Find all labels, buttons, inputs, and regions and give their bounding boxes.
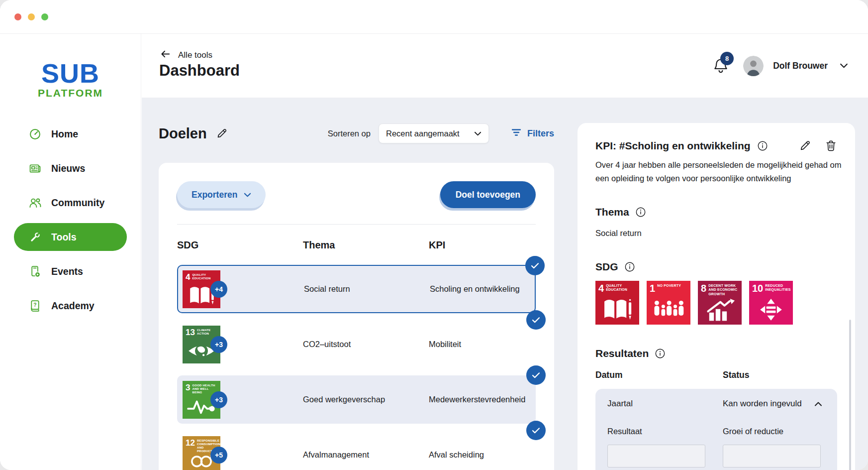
detail-sdg-tiles: 4 Quality Education 1 No Poverty 8 Decen… [595,281,837,325]
content-area: Doelen Sorteren op Recent aangemaakt Fil… [142,98,868,470]
export-button-label: Exporteren [192,190,237,200]
results-column-datum: Datum [595,370,723,380]
sidebar-item-nieuws[interactable]: Nieuws [14,154,127,182]
sidebar-item-events[interactable]: Events [14,257,127,285]
traffic-light-maximize[interactable] [41,13,48,20]
filters-button[interactable]: Filters [511,128,554,139]
sdg-number: 1 [650,283,655,293]
sdg-tile: 3 Good Health and Well Being +3 [183,381,220,419]
selected-check-icon [526,365,546,385]
sdg-label: Decent Work and Economic Growth [708,284,739,296]
goal-thema: Afvalmanagement [303,450,429,460]
sort-dropdown-value: Recent aangemaakt [386,129,460,138]
logo-line-1: SUB [0,60,141,87]
goal-row[interactable]: 3 Good Health and Well Being +3 Goed wer… [177,375,536,424]
window-titlebar [0,0,868,34]
back-link-label: Alle tools [178,50,212,60]
chevron-down-icon [474,129,482,138]
add-goal-button[interactable]: Doel toevoegen [440,181,536,208]
chevron-down-icon [244,190,251,200]
column-header-sdg: SDG [177,239,303,251]
page-title: Dashboard [159,62,240,80]
column-header-kpi: KPI [429,239,536,251]
goal-row[interactable]: 12 Responsible Consumption and Productio… [177,431,536,470]
wrench-icon [28,231,42,244]
main-area: Alle tools Dashboard 8 Dolf Brouwer Doel… [142,34,868,470]
sdg-tile: 4 Quality Education [595,281,639,325]
goal-row[interactable]: 4 Quality Education +4 Social return Sch… [177,265,536,313]
sdg-glyph-icon [601,297,634,323]
edit-section-pencil-icon[interactable] [216,127,228,139]
results-card: Jaartal Kan worden ingevuld Resultaat Gr… [595,389,837,470]
resultaat-input[interactable] [607,445,705,468]
sdg-number: 3 [186,383,190,392]
sidebar-item-academy[interactable]: ? Academy [14,292,127,320]
info-icon[interactable] [655,349,665,358]
goal-kpi: Mobiliteit [429,340,536,349]
sdg-count-badge: +4 [210,281,227,298]
app-logo: SUB PLATFORM [0,60,141,98]
bell-icon [712,67,729,76]
sidebar-item-label: Community [51,197,104,209]
sidebar: SUB PLATFORM Home Nieuws Community Tools… [0,34,141,470]
info-icon[interactable] [758,141,768,151]
sdg-count-badge: +3 [210,391,227,408]
sdg-tile: 13 Climate Action +3 [183,326,220,363]
thema-value: Social return [595,229,837,238]
sidebar-item-home[interactable]: Home [14,120,127,148]
traffic-light-close[interactable] [14,13,21,20]
resultaten-heading: Resultaten [595,348,649,359]
edit-kpi-pencil-icon[interactable] [799,139,811,152]
sdg-tile: 8 Decent Work and Economic Growth [698,281,742,325]
goal-thema: Social return [304,284,430,294]
notifications-button[interactable]: 8 [712,57,729,74]
sdg-tile: 12 Responsible Consumption and Productio… [183,436,220,470]
book-question-icon: ? [28,299,42,313]
selected-check-icon [526,421,546,440]
chevron-up-icon[interactable] [814,399,822,409]
sdg-number: 12 [186,439,195,447]
sdg-label: Reduced Inequalities [765,284,790,292]
sdg-label: No Poverty [657,284,681,288]
sort-dropdown[interactable]: Recent aangemaakt [379,123,489,143]
export-button[interactable]: Exporteren [177,181,266,208]
sidebar-item-label: Academy [51,300,95,312]
sdg-number: 10 [752,283,763,293]
avatar[interactable] [743,56,764,76]
groei-reductie-input[interactable] [723,445,821,468]
goal-rows: 4 Quality Education +4 Social return Sch… [177,265,536,470]
kpi-title: KPI: #Scholing en ontwikkeling [595,140,751,152]
info-icon[interactable] [625,262,635,272]
result-row-status: Kan worden ingevuld [723,399,802,409]
sdg-tile: 1 No Poverty [647,281,690,325]
goals-card: Exporteren Doel toevoegen SDG Thema KPI [159,163,554,470]
results-column-status: Status [723,370,837,380]
sdg-label: Quality Education [606,284,637,292]
traffic-light-minimize[interactable] [28,13,35,20]
back-link[interactable]: Alle tools [160,49,212,61]
logo-line-2: PLATFORM [0,88,141,98]
svg-text:?: ? [33,302,36,308]
goal-kpi: Afval scheiding [429,450,536,460]
goal-thema: Goed werkgeverschap [303,395,429,404]
sdg-glyph-icon [703,297,736,323]
sidebar-item-label: Home [51,128,78,140]
sidebar-item-label: Tools [51,232,77,243]
sidebar-item-community[interactable]: Community [14,189,127,217]
sdg-glyph-icon [652,297,685,323]
sidebar-item-tools[interactable]: Tools [14,223,127,251]
goal-row[interactable]: 13 Climate Action +3 CO2–uitstoot Mobili… [177,320,536,368]
goal-kpi: Medewerkerstevredenheid [429,395,536,404]
people-icon [28,196,42,210]
sidebar-nav: Home Nieuws Community Tools Events ? Aca… [0,120,141,320]
thema-heading: Thema [595,206,629,218]
sdg-glyph-icon [755,297,787,323]
selected-check-icon [526,310,546,330]
delete-kpi-trash-icon[interactable] [825,139,837,152]
info-icon[interactable] [636,207,646,217]
sdg-number: 13 [186,328,195,337]
selected-check-icon [525,256,545,275]
user-menu-chevron-down-icon[interactable] [840,63,848,69]
app-window: SUB PLATFORM Home Nieuws Community Tools… [0,0,868,470]
scrollbar-thumb[interactable] [849,320,851,470]
